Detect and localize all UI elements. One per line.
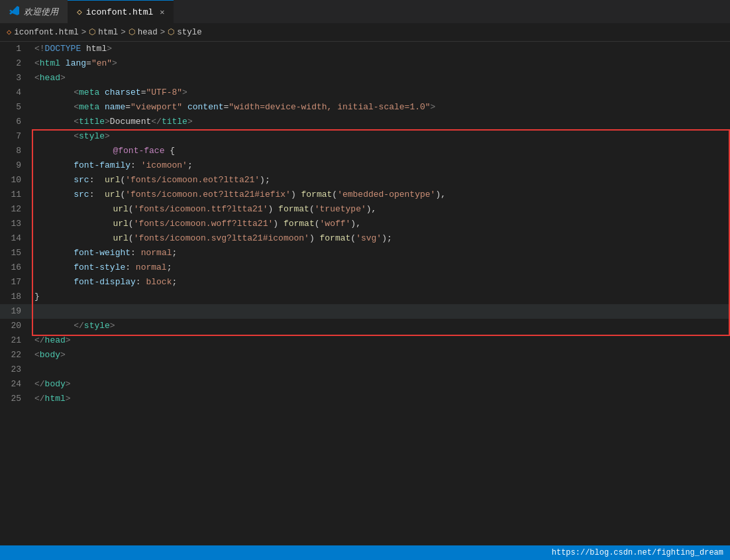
code-content-9: font-family: 'icomoon'; <box>32 158 730 173</box>
line-num-15: 15 <box>0 246 32 260</box>
code-content-2: <html lang="en"> <box>32 56 730 71</box>
breadcrumb-html[interactable]: ⬡ html <box>89 27 118 37</box>
code-content-24: </body> <box>32 377 730 392</box>
code-line-12: 12 url('fonts/icomoon.ttf?ltta21') forma… <box>0 202 730 217</box>
tab-close-button[interactable]: ✕ <box>160 7 164 17</box>
line-num-6: 6 <box>0 115 32 129</box>
line-num-20: 20 <box>0 319 32 333</box>
breadcrumb: ◇ iconfont.html > ⬡ html > ⬡ head > ⬡ st… <box>0 23 730 42</box>
editor-wrapper: 1 <!DOCTYPE html> 2 <html lang="en"> 3 <… <box>0 42 730 545</box>
line-num-1: 1 <box>0 42 32 56</box>
breadcrumb-file-label: iconfont.html <box>14 28 79 37</box>
line-num-7: 7 <box>0 129 32 144</box>
code-content-17: font-display: block; <box>32 275 730 290</box>
code-line-21: 21 </head> <box>0 333 730 348</box>
breadcrumb-sep-1: > <box>81 28 87 37</box>
status-bar: https://blog.csdn.net/fighting_dream <box>0 545 730 560</box>
line-num-3: 3 <box>0 71 32 85</box>
code-line-1: 1 <!DOCTYPE html> <box>0 42 730 56</box>
html-file-icon: ◇ <box>77 7 82 17</box>
code-line-22: 22 <body> <box>0 348 730 363</box>
code-content-13: url('fonts/icomoon.woff?ltta21') format(… <box>32 217 730 231</box>
code-content-12: url('fonts/icomoon.ttf?ltta21') format('… <box>32 202 730 217</box>
line-num-4: 4 <box>0 85 32 100</box>
line-num-25: 25 <box>0 392 32 406</box>
code-content-10: src: url('fonts/icomoon.eot?ltta21'); <box>32 173 730 188</box>
vscode-icon <box>9 5 20 19</box>
tab-welcome[interactable]: 欢迎使用 <box>0 0 68 23</box>
code-content-21: </head> <box>32 333 730 348</box>
code-content-11: src: url('fonts/icomoon.eot?ltta21#iefix… <box>32 188 730 202</box>
line-num-17: 17 <box>0 275 32 290</box>
code-line-4: 4 <meta charset="UTF-8"> <box>0 85 730 100</box>
editor[interactable]: 1 <!DOCTYPE html> 2 <html lang="en"> 3 <… <box>0 42 730 545</box>
code-line-9: 9 font-family: 'icomoon'; <box>0 158 730 173</box>
code-line-13: 13 url('fonts/icomoon.woff?ltta21') form… <box>0 217 730 231</box>
code-line-24: 24 </body> <box>0 377 730 392</box>
code-line-6: 6 <title>Document</title> <box>0 115 730 129</box>
code-line-16: 16 font-style: normal; <box>0 260 730 275</box>
line-num-16: 16 <box>0 260 32 275</box>
breadcrumb-sep-3: > <box>160 28 166 37</box>
line-num-13: 13 <box>0 217 32 231</box>
breadcrumb-tag-icon-1: ⬡ <box>89 27 95 37</box>
line-num-12: 12 <box>0 202 32 217</box>
code-line-14: 14 url('fonts/icomoon.svg?ltta21#icomoon… <box>0 231 730 246</box>
line-num-14: 14 <box>0 231 32 246</box>
code-content-20: </style> <box>32 319 730 333</box>
status-bar-link[interactable]: https://blog.csdn.net/fighting_dream <box>552 548 723 557</box>
breadcrumb-html-label: html <box>98 28 118 37</box>
breadcrumb-file[interactable]: ◇ iconfont.html <box>7 27 79 37</box>
breadcrumb-sep-2: > <box>121 28 126 37</box>
welcome-tab-label: 欢迎使用 <box>24 6 58 18</box>
tab-iconfont[interactable]: ◇ iconfont.html ✕ <box>68 0 174 23</box>
line-num-23: 23 <box>0 363 32 377</box>
code-content-3: <head> <box>32 71 730 85</box>
code-line-7: 7 <style> <box>0 129 730 144</box>
code-line-20: 20 </style> <box>0 319 730 333</box>
code-content-22: <body> <box>32 348 730 363</box>
code-line-19: 19 <box>0 304 730 319</box>
code-content-6: <title>Document</title> <box>32 115 730 129</box>
line-num-19: 19 <box>0 304 32 319</box>
code-content-8: @font-face { <box>32 144 730 158</box>
code-line-10: 10 src: url('fonts/icomoon.eot?ltta21'); <box>0 173 730 188</box>
code-content-16: font-style: normal; <box>32 260 730 275</box>
line-num-24: 24 <box>0 377 32 392</box>
breadcrumb-head-label: head <box>138 28 158 37</box>
breadcrumb-html-icon: ◇ <box>7 27 11 37</box>
title-bar: 欢迎使用 ◇ iconfont.html ✕ <box>0 0 730 23</box>
code-content-14: url('fonts/icomoon.svg?ltta21#icomoon') … <box>32 231 730 246</box>
code-content-19 <box>32 304 730 319</box>
code-content-4: <meta charset="UTF-8"> <box>32 85 730 100</box>
iconfont-tab-label: iconfont.html <box>86 7 153 17</box>
code-line-5: 5 <meta name="viewport" content="width=d… <box>0 100 730 115</box>
code-content-7: <style> <box>32 129 730 144</box>
code-line-15: 15 font-weight: normal; <box>0 246 730 260</box>
breadcrumb-tag-icon-3: ⬡ <box>168 27 174 37</box>
code-content-25: </html> <box>32 392 730 406</box>
breadcrumb-head[interactable]: ⬡ head <box>129 27 158 37</box>
code-line-23: 23 <box>0 363 730 377</box>
line-num-11: 11 <box>0 188 32 202</box>
breadcrumb-style[interactable]: ⬡ style <box>168 27 202 37</box>
code-line-18: 18 } <box>0 290 730 304</box>
line-num-8: 8 <box>0 144 32 158</box>
code-line-11: 11 src: url('fonts/icomoon.eot?ltta21#ie… <box>0 188 730 202</box>
line-num-9: 9 <box>0 158 32 173</box>
line-num-2: 2 <box>0 56 32 71</box>
code-content-5: <meta name="viewport" content="width=dev… <box>32 100 730 115</box>
breadcrumb-tag-icon-2: ⬡ <box>129 27 135 37</box>
code-content-18: } <box>32 290 730 304</box>
line-num-5: 5 <box>0 100 32 115</box>
code-line-17: 17 font-display: block; <box>0 275 730 290</box>
code-line-25: 25 </html> <box>0 392 730 406</box>
code-line-3: 3 <head> <box>0 71 730 85</box>
code-line-8: 8 @font-face { <box>0 144 730 158</box>
line-num-18: 18 <box>0 290 32 304</box>
line-num-22: 22 <box>0 348 32 363</box>
code-content-1: <!DOCTYPE html> <box>32 42 730 56</box>
breadcrumb-style-label: style <box>177 28 202 37</box>
code-content-15: font-weight: normal; <box>32 246 730 260</box>
line-num-10: 10 <box>0 173 32 188</box>
